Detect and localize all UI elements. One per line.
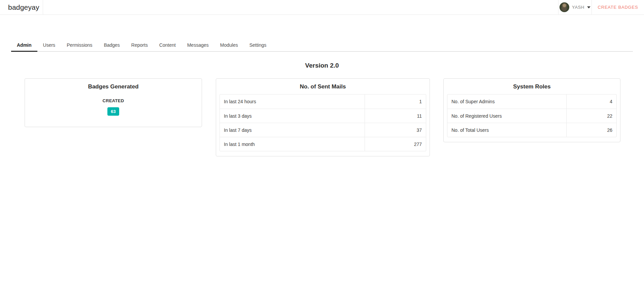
header-spacer: [43, 0, 558, 14]
badges-generated-card: Badges Generated CREATED 63: [25, 78, 202, 127]
row-label: In last 7 days: [220, 123, 365, 137]
tab-permissions[interactable]: Permissions: [61, 38, 98, 52]
tab-messages[interactable]: Messages: [181, 38, 214, 52]
brand-logo[interactable]: badgeyay: [0, 0, 43, 14]
create-badges-link[interactable]: CREATE BADGES: [592, 0, 644, 14]
table-row: No. of Super Admins 4: [447, 94, 616, 109]
tab-reports[interactable]: Reports: [126, 38, 154, 52]
tab-users[interactable]: Users: [37, 38, 61, 52]
tab-bar: Admin Users Permissions Badges Reports C…: [11, 38, 633, 52]
system-roles-title: System Roles: [444, 79, 620, 90]
badges-created-count-badge: 63: [107, 107, 119, 116]
created-label: CREATED: [25, 98, 202, 103]
row-label: No. of Total Users: [447, 123, 567, 137]
system-roles-table: No. of Super Admins 4 No. of Registered …: [447, 94, 617, 137]
row-value: 26: [567, 127, 616, 133]
table-row: In last 24 hours 1: [220, 94, 426, 109]
table-row: In last 7 days 37: [220, 123, 426, 137]
table-row: No. of Registered Users 22: [447, 109, 616, 123]
table-row: No. of Total Users 26: [447, 123, 616, 137]
user-menu[interactable]: YASH: [558, 0, 592, 14]
row-value: 37: [365, 127, 426, 133]
row-label: In last 3 days: [220, 109, 365, 123]
dashboard-cards: Badges Generated CREATED 63 No. of Sent …: [25, 78, 644, 156]
sent-mails-card: No. of Sent Mails In last 24 hours 1 In …: [216, 78, 430, 156]
row-value: 22: [567, 113, 616, 119]
page-title: Version 2.0: [0, 62, 644, 69]
chevron-down-icon: [587, 6, 590, 8]
tab-admin[interactable]: Admin: [11, 38, 37, 52]
row-label: In last 24 hours: [220, 94, 365, 109]
top-bar: badgeyay YASH CREATE BADGES: [0, 0, 644, 15]
row-value: 277: [365, 142, 426, 147]
sent-mails-title: No. of Sent Mails: [216, 79, 430, 90]
tab-content[interactable]: Content: [154, 38, 181, 52]
table-row: In last 1 month 277: [220, 137, 426, 151]
row-value: 1: [365, 99, 426, 104]
table-row: In last 3 days 11: [220, 109, 426, 123]
row-label: No. of Registered Users: [447, 109, 567, 123]
user-name: YASH: [572, 5, 584, 10]
system-roles-card: System Roles No. of Super Admins 4 No. o…: [443, 78, 620, 142]
badges-generated-title: Badges Generated: [25, 79, 202, 90]
sent-mails-table: In last 24 hours 1 In last 3 days 11 In …: [219, 94, 426, 151]
row-label: In last 1 month: [220, 137, 365, 151]
row-value: 11: [365, 113, 426, 119]
tab-modules[interactable]: Modules: [214, 38, 244, 52]
user-avatar: [560, 2, 569, 12]
tab-settings[interactable]: Settings: [244, 38, 272, 52]
tab-badges[interactable]: Badges: [98, 38, 125, 52]
row-label: No. of Super Admins: [447, 94, 567, 109]
row-value: 4: [567, 99, 616, 104]
